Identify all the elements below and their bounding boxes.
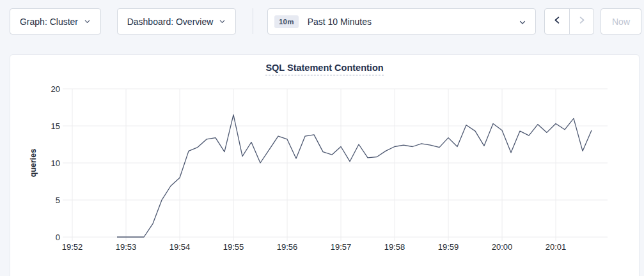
chevron-down-icon (519, 18, 526, 28)
x-tick-label: 19:53 (116, 242, 137, 252)
x-tick-label: 20:01 (546, 242, 567, 252)
toolbar: Graph: Cluster Dashboard: Overview 10m P… (0, 0, 644, 34)
y-tick-label: 5 (56, 195, 60, 205)
graph-dropdown-label: Graph: Cluster (20, 17, 78, 27)
chevron-right-icon (577, 15, 586, 27)
chart-title[interactable]: SQL Statement Contention (265, 63, 383, 75)
x-tick-label: 19:59 (438, 242, 459, 252)
y-axis-label: queries (29, 149, 38, 178)
y-tick-label: 10 (51, 158, 60, 168)
y-tick-label: 15 (51, 121, 60, 131)
shift-back-button[interactable] (545, 9, 569, 34)
time-shift-controls (544, 8, 594, 34)
x-tick-label: 19:55 (223, 242, 244, 252)
x-tick-label: 19:56 (277, 242, 298, 252)
x-tick-label: 19:52 (62, 242, 83, 252)
chart-title-wrap: SQL Statement Contention (10, 62, 639, 75)
now-button[interactable]: Now (601, 8, 641, 34)
x-tick-label: 19:57 (331, 242, 352, 252)
chevron-left-icon (553, 15, 562, 27)
y-tick-label: 20 (51, 84, 60, 94)
x-tick-label: 20:00 (492, 242, 513, 252)
chart-canvas: 19:5219:5319:5419:5519:5619:5719:5819:59… (10, 55, 639, 276)
series-line (117, 115, 592, 237)
chart-panel: SQL Statement Contention 19:5219:5319:54… (10, 54, 640, 276)
time-window-label: Past 10 Minutes (308, 17, 372, 27)
dashboard-dropdown[interactable]: Dashboard: Overview (117, 8, 236, 34)
y-tick-label: 0 (56, 233, 60, 242)
x-tick-label: 19:58 (384, 242, 405, 252)
time-window-badge: 10m (274, 15, 299, 28)
toolbar-divider (253, 8, 253, 34)
chevron-down-icon (84, 17, 91, 27)
x-tick-label: 19:54 (169, 242, 191, 252)
time-range-picker[interactable]: 10m Past 10 Minutes (267, 8, 536, 34)
dashboard-dropdown-label: Dashboard: Overview (127, 17, 214, 27)
chevron-down-icon (219, 17, 226, 27)
graph-dropdown[interactable]: Graph: Cluster (10, 8, 101, 34)
shift-forward-button[interactable] (569, 9, 593, 34)
